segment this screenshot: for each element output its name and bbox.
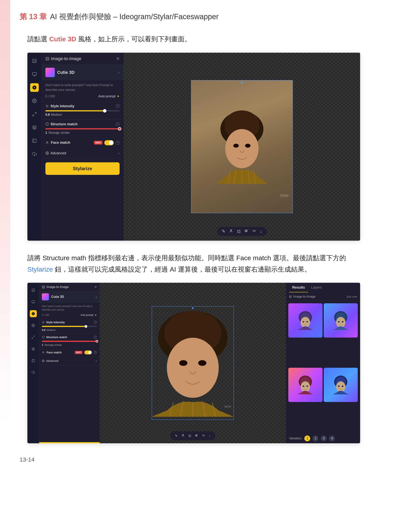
face-match-toggle[interactable] bbox=[104, 140, 114, 145]
toolbar-align-icon[interactable] bbox=[245, 229, 248, 234]
close-panel-button[interactable]: ✕ bbox=[116, 56, 120, 61]
style-intensity-label-2: Style Intensity bbox=[42, 321, 65, 324]
results-tab-layers[interactable]: Layers bbox=[308, 283, 325, 292]
toolbar-2-align2-icon[interactable] bbox=[202, 433, 205, 438]
results-tab-results[interactable]: Results bbox=[289, 283, 308, 292]
panel-title: Image-to-Image bbox=[45, 56, 81, 61]
sidebar-icon-image[interactable] bbox=[30, 57, 39, 65]
style-intensity-slider[interactable] bbox=[45, 110, 120, 111]
structure-match-value-2: 1 Strongly similar bbox=[42, 343, 97, 346]
result-face-2 bbox=[333, 311, 349, 330]
sidebar-icon-download[interactable] bbox=[30, 150, 39, 158]
sidebar-icon-gear[interactable] bbox=[30, 97, 39, 105]
sidebar-icon-2-4[interactable] bbox=[30, 334, 37, 341]
sidebar-icon-2-7[interactable] bbox=[30, 369, 37, 376]
toolbar-person-icon[interactable] bbox=[229, 229, 233, 234]
svg-point-55 bbox=[43, 286, 43, 287]
svg-point-13 bbox=[47, 58, 47, 59]
svg-line-63 bbox=[42, 323, 43, 323]
prompt-area: Don't want to write prompts? Use Auto Pr… bbox=[41, 80, 123, 101]
chapter-header: 第 13 章 AI 視覺創作與變臉 – Ideogram/Stylar/Face… bbox=[20, 12, 373, 22]
structure-match-info-icon[interactable]: ? bbox=[116, 122, 120, 126]
sidebar-icon-box[interactable] bbox=[30, 136, 39, 145]
style-thumbnail bbox=[45, 68, 55, 77]
style-intensity-label: Style Intensity bbox=[45, 104, 74, 108]
style-intensity-info-icon[interactable]: ? bbox=[116, 104, 120, 108]
chapter-title: AI 視覺創作與變臉 – Ideogram/Stylar/Faceswapper bbox=[50, 12, 219, 22]
sidebar-icon-2-1[interactable] bbox=[30, 287, 37, 294]
sidebar-icon-2-2[interactable] bbox=[30, 298, 37, 305]
panel-2-title: Image-to-Image bbox=[42, 285, 69, 289]
toolbar-download-icon[interactable]: ↓ bbox=[260, 229, 262, 234]
close-panel-2-button[interactable]: ✕ bbox=[94, 285, 97, 289]
variation-1[interactable]: 1 bbox=[304, 435, 310, 441]
style-selector[interactable]: Cutie 3D › bbox=[41, 65, 123, 80]
advanced-label-2: Advanced bbox=[42, 359, 58, 363]
toolbar-2-pencil-icon[interactable]: ✎ bbox=[175, 434, 177, 438]
slider-thumb-2[interactable] bbox=[84, 325, 87, 328]
svg-line-59 bbox=[42, 322, 43, 322]
face-match-toggle-2[interactable] bbox=[84, 350, 92, 354]
resize-handle-2[interactable] bbox=[192, 307, 194, 309]
auto-prompt-label[interactable]: Auto prompt ✦ bbox=[98, 94, 120, 99]
prompt-footer: 0 / 200 Auto prompt ✦ bbox=[45, 94, 120, 99]
sidebar-icon-2-active[interactable] bbox=[30, 310, 37, 317]
toolbar-2-person-icon[interactable] bbox=[182, 433, 185, 438]
sidebar-icon-expand[interactable] bbox=[30, 110, 39, 119]
face-match-info-icon[interactable]: ? bbox=[116, 141, 120, 145]
structure-match-label-row: Structure match ? bbox=[45, 122, 120, 126]
toolbar-align2-icon[interactable] bbox=[252, 229, 256, 234]
structure-match-slider[interactable] bbox=[45, 128, 120, 129]
structure-match-2-info-icon[interactable]: ? bbox=[94, 336, 97, 339]
sidebar-icon-2-3[interactable] bbox=[30, 322, 37, 329]
toolbar-2-crop-icon[interactable]: ⊡ bbox=[188, 434, 191, 438]
auto-prompt-2[interactable]: Auto prompt ✦ bbox=[81, 313, 97, 317]
advanced-row[interactable]: Advanced › bbox=[41, 148, 123, 158]
resize-handle-top[interactable] bbox=[241, 82, 243, 84]
results-timestamp: Just now bbox=[346, 295, 357, 298]
toolbar-crop-icon[interactable]: ⊡ bbox=[237, 229, 241, 234]
svg-point-27 bbox=[225, 129, 259, 168]
svg-line-49 bbox=[32, 338, 33, 338]
variation-2[interactable]: 2 bbox=[313, 435, 319, 441]
result-thumb-2[interactable] bbox=[324, 303, 358, 338]
style-intensity-2-info-icon[interactable]: ? bbox=[94, 321, 97, 324]
result-thumb-1[interactable] bbox=[288, 303, 323, 338]
stylarize-button[interactable]: Stylarize bbox=[45, 162, 120, 175]
sidebar-icons bbox=[27, 53, 41, 241]
result-thumb-4[interactable] bbox=[324, 368, 358, 402]
structure-slider-thumb-2[interactable] bbox=[95, 340, 98, 343]
face-match-2-info-icon[interactable]: ? bbox=[94, 351, 97, 354]
stylar-ui-2: Image-to-Image ✕ Cutie 3D › Don't want t… bbox=[27, 283, 360, 443]
structure-slider-thumb[interactable] bbox=[118, 127, 121, 131]
svg-line-21 bbox=[46, 107, 46, 107]
style-selector-2[interactable]: Cutie 3D › bbox=[39, 291, 100, 303]
sidebar-icon-2[interactable] bbox=[30, 70, 39, 79]
toolbar-2-download-icon[interactable]: ↓ bbox=[209, 434, 211, 438]
hot-badge: HOT bbox=[94, 141, 102, 144]
toolbar-pencil-icon[interactable]: ✎ bbox=[222, 229, 225, 234]
paragraph-1: 請點選 Cutie 3D 風格，如上所示，可以看到下列畫面。 bbox=[20, 34, 373, 45]
style-name-2: Cutie 3D bbox=[51, 295, 64, 298]
svg-point-47 bbox=[33, 325, 34, 326]
prompt-hint-2: Don't want to write prompts? Use Auto Pr… bbox=[42, 304, 97, 312]
variation-3[interactable]: 3 bbox=[321, 435, 327, 441]
toolbar-2-align-icon[interactable] bbox=[195, 433, 198, 438]
sidebar-icon-2-6[interactable] bbox=[30, 357, 37, 364]
svg-point-99 bbox=[303, 386, 304, 387]
slider-thumb[interactable] bbox=[103, 109, 107, 113]
svg-rect-9 bbox=[33, 139, 36, 143]
sidebar-icon-2-5[interactable] bbox=[30, 345, 37, 353]
variation-4[interactable]: 4 bbox=[329, 435, 335, 441]
panel-title-text: Image-to-Image bbox=[51, 56, 81, 61]
svg-point-100 bbox=[306, 386, 308, 387]
sidebar-icon-layers[interactable] bbox=[30, 123, 39, 132]
sidebar-icon-active[interactable] bbox=[30, 83, 39, 92]
result-thumb-3[interactable] bbox=[288, 368, 323, 402]
svg-line-64 bbox=[44, 322, 44, 322]
advanced-row-2[interactable]: Advanced › bbox=[39, 357, 100, 365]
style-thumbnail-2 bbox=[42, 293, 49, 300]
structure-match-slider-2[interactable] bbox=[42, 341, 97, 342]
svg-point-89 bbox=[303, 321, 304, 322]
style-intensity-slider-2[interactable] bbox=[42, 326, 97, 327]
